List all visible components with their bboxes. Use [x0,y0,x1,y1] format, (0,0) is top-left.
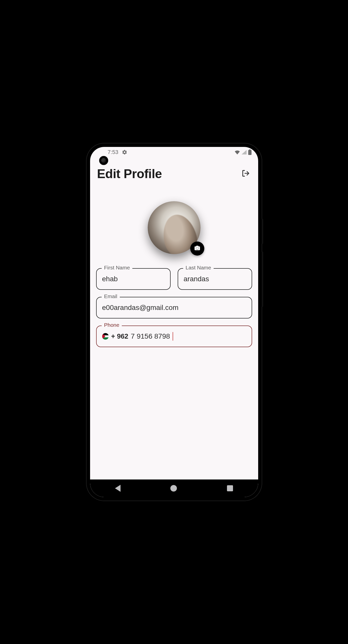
nav-back-button[interactable] [115,485,121,492]
side-button [262,219,263,244]
phone-label: Phone [102,322,122,328]
first-name-label: First Name [102,265,133,271]
email-box [96,297,252,318]
front-camera [99,156,108,165]
last-name-label: Last Name [183,265,214,271]
phone-box: + 962 7 9156 8798 [96,326,252,347]
change-photo-button[interactable] [190,242,204,256]
last-name-field: Last Name [178,268,252,290]
last-name-box [178,268,252,290]
battery-icon [248,149,252,155]
status-bar: 7:53 [90,147,258,157]
nav-home-button[interactable] [170,485,177,492]
first-name-field: First Name [96,268,171,290]
profile-form: First Name Last Name Email [90,254,258,354]
screen: 7:53 Edit Profile [90,147,258,497]
nav-recents-button[interactable] [227,485,233,491]
last-name-input[interactable] [184,275,246,283]
email-field: Email [96,297,252,318]
avatar-section [90,201,258,254]
first-name-input[interactable] [102,275,165,283]
first-name-box [96,268,171,290]
svg-rect-0 [248,150,251,155]
camera-icon [194,245,201,252]
svg-rect-1 [249,149,251,150]
android-navigation-bar [90,479,258,497]
email-input[interactable] [102,304,246,312]
logout-icon [241,169,250,179]
page-title: Edit Profile [97,167,162,181]
wifi-icon [235,150,240,154]
logout-button[interactable] [240,168,251,179]
status-bar-right [235,149,252,155]
gear-icon [122,149,127,155]
phone-device-frame: 7:53 Edit Profile [87,143,262,501]
page-header: Edit Profile [90,157,258,181]
cellular-signal-icon [242,150,247,154]
side-button [262,252,263,307]
email-label: Email [102,293,120,299]
status-time: 7:53 [108,149,119,155]
status-bar-left: 7:53 [108,149,128,155]
phone-field: Phone + 962 7 9156 8798 [96,326,252,347]
